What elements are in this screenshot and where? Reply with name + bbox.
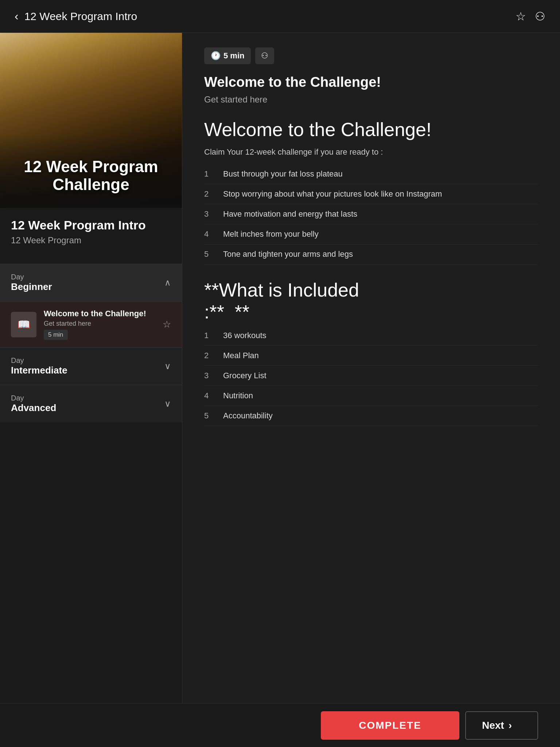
duration-badge: 🕐 5 min xyxy=(204,47,251,64)
day-name-advanced: Advanced xyxy=(11,402,56,414)
included-list: 136 workouts2Meal Plan3Grocery List4Nutr… xyxy=(204,326,538,426)
left-panel: 12 Week Program Challenge 12 Week Progra… xyxy=(0,33,182,703)
next-button[interactable]: Next › xyxy=(465,711,538,740)
claim-list-item: 5Tone and tighten your arms and legs xyxy=(204,244,538,264)
hero-title: 12 Week Program Challenge xyxy=(11,158,171,193)
included-list-item: 3Grocery List xyxy=(204,366,538,386)
day-name-beginner: Beginner xyxy=(11,281,52,293)
star-icon[interactable]: ☆ xyxy=(516,9,526,23)
day-section-advanced: Day Advanced ∨ xyxy=(0,385,182,422)
lesson-item-welcome[interactable]: 📖 Welcome to the Challenge! Get started … xyxy=(0,301,182,347)
day-header-intermediate[interactable]: Day Intermediate ∨ xyxy=(0,348,182,385)
program-subtitle: 12 Week Program xyxy=(11,235,171,245)
welcome-heading: Welcome to the Challenge! xyxy=(204,119,538,140)
header: ‹ 12 Week Program Intro ☆ ⚇ xyxy=(0,0,560,33)
day-section-beginner: Day Beginner ∧ 📖 Welcome to the Challeng… xyxy=(0,264,182,347)
claim-list-item: 1Bust through your fat loss plateau xyxy=(204,164,538,184)
link-badge[interactable]: ⚇ xyxy=(255,47,274,64)
included-list-item: 136 workouts xyxy=(204,326,538,346)
header-title: 12 Week Program Intro xyxy=(24,10,137,23)
lesson-duration: 5 min xyxy=(44,330,68,340)
duration-text: 5 min xyxy=(223,51,244,61)
hero-title-block: 12 Week Program Challenge xyxy=(11,158,171,193)
next-label: Next xyxy=(482,720,504,731)
complete-button[interactable]: COMPLETE xyxy=(321,711,459,740)
content-subtitle: Get started here xyxy=(204,94,538,105)
day-header-advanced[interactable]: Day Advanced ∨ xyxy=(0,385,182,422)
day-section-intermediate: Day Intermediate ∨ xyxy=(0,347,182,385)
back-button[interactable]: ‹ xyxy=(15,9,19,23)
chevron-beginner: ∧ xyxy=(164,278,171,288)
clock-icon: 🕐 xyxy=(211,51,221,61)
right-panel: 🕐 5 min ⚇ Welcome to the Challenge! Get … xyxy=(182,33,560,703)
claim-list-item: 2Stop worrying about what your pictures … xyxy=(204,184,538,204)
program-info: 12 Week Program Intro 12 Week Program xyxy=(0,208,182,264)
next-chevron-icon: › xyxy=(509,720,512,731)
bottom-bar: COMPLETE Next › xyxy=(0,703,560,747)
link-icon[interactable]: ⚇ xyxy=(535,9,545,23)
header-icons: ☆ ⚇ xyxy=(516,9,545,23)
header-left: ‹ 12 Week Program Intro xyxy=(15,9,137,23)
lesson-title: Welcome to the Challenge! xyxy=(44,309,155,318)
content-title: Welcome to the Challenge! xyxy=(204,74,538,90)
chevron-intermediate: ∨ xyxy=(164,361,171,371)
program-title: 12 Week Program Intro xyxy=(11,218,171,232)
day-header-beginner[interactable]: Day Beginner ∧ xyxy=(0,264,182,301)
hero-image: 12 Week Program Challenge xyxy=(0,33,182,208)
day-label-advanced: Day xyxy=(11,394,56,402)
included-heading: **What is Included:** ** xyxy=(204,279,538,323)
included-list-item: 2Meal Plan xyxy=(204,346,538,366)
claim-list-item: 3Have motivation and energy that lasts xyxy=(204,204,538,224)
claim-text: Claim Your 12-week challenge if you are … xyxy=(204,147,538,157)
lesson-star-icon[interactable]: ☆ xyxy=(163,319,171,330)
main-layout: 12 Week Program Challenge 12 Week Progra… xyxy=(0,33,560,703)
chevron-advanced: ∨ xyxy=(164,399,171,409)
included-list-item: 4Nutrition xyxy=(204,386,538,406)
day-label-intermediate: Day xyxy=(11,356,67,365)
day-name-intermediate: Intermediate xyxy=(11,365,67,376)
day-label-beginner: Day xyxy=(11,273,52,281)
claim-list: 1Bust through your fat loss plateau2Stop… xyxy=(204,164,538,264)
claim-list-item: 4Melt inches from your belly xyxy=(204,224,538,244)
lesson-info: Welcome to the Challenge! Get started he… xyxy=(44,309,155,340)
included-list-item: 5Accountability xyxy=(204,406,538,426)
meta-badges: 🕐 5 min ⚇ xyxy=(204,47,538,64)
lesson-book-icon: 📖 xyxy=(11,312,36,337)
lesson-subtitle: Get started here xyxy=(44,320,155,328)
